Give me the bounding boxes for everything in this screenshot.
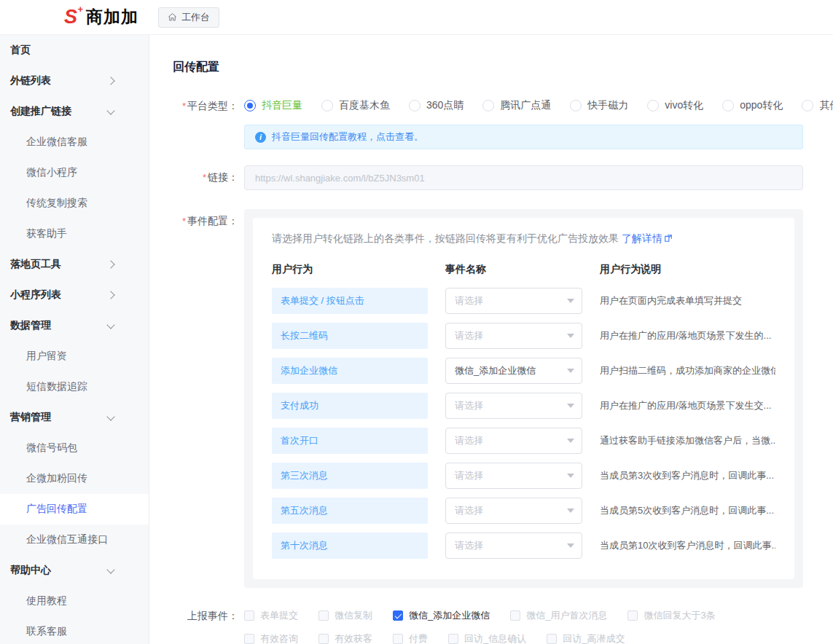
radio-baidu-jimuyu[interactable]: 百度基木鱼 bbox=[321, 99, 390, 112]
radio-douyin-juliang[interactable]: 抖音巨量 bbox=[244, 99, 302, 112]
sidebar-item-wechat-miniprogram[interactable]: 微信小程序 bbox=[0, 157, 149, 188]
chevron-down-icon bbox=[106, 321, 114, 329]
event-config-panel: 请选择用户转化链路上的各类事件，按链路回传将更有利于优化广告投放效果 了解详情 … bbox=[244, 209, 803, 588]
event-select[interactable]: 微信_添加企业微信 bbox=[445, 358, 582, 384]
required-asterisk: * bbox=[182, 216, 186, 227]
report-events-label: 上报事件： bbox=[173, 605, 244, 626]
page-title: 回传配置 bbox=[173, 60, 833, 75]
checkbox-wechat-first-message[interactable]: 微信_用户首次消息 bbox=[510, 609, 607, 622]
checkbox-wechat-copy[interactable]: 微信复制 bbox=[318, 609, 372, 622]
behavior-chip[interactable]: 添加企业微信 bbox=[272, 358, 428, 384]
platform-radio-group: 抖音巨量 百度基木鱼 360点睛 腾讯广点通 快手磁力 vivo转化 oppo转… bbox=[244, 94, 803, 117]
chevron-down-icon bbox=[106, 412, 114, 420]
sidebar-item-landing-tools[interactable]: 落地页工具 bbox=[0, 249, 149, 280]
event-row-first-message: 首次开口 请选择 通过获客助手链接添加微信客户后，当微... bbox=[272, 428, 775, 454]
chevron-right-icon bbox=[106, 260, 114, 268]
sidebar-item-sms-tracking[interactable]: 短信数据追踪 bbox=[0, 372, 149, 402]
checkbox-icon bbox=[244, 610, 254, 621]
checkbox-form-submit[interactable]: 表单提交 bbox=[244, 609, 298, 622]
caret-down-icon bbox=[567, 474, 574, 478]
chevron-right-icon bbox=[106, 76, 114, 85]
sidebar-item-data-management[interactable]: 数据管理 bbox=[0, 310, 149, 341]
platform-type-row: *平台类型： 抖音巨量 百度基木鱼 360点睛 腾讯广点通 快手磁力 vivo转… bbox=[173, 94, 833, 149]
required-asterisk: * bbox=[203, 172, 206, 183]
event-select[interactable]: 请选择 bbox=[445, 393, 582, 419]
event-select[interactable]: 请选择 bbox=[445, 288, 582, 314]
sidebar-item-create-promo-link[interactable]: 创建推广链接 bbox=[0, 96, 149, 127]
behavior-chip[interactable]: 表单提交 / 按钮点击 bbox=[272, 288, 428, 314]
event-row-tenth-message: 第十次消息 请选择 当成员第10次收到客户消息时，回调此事... bbox=[272, 533, 775, 559]
caret-down-icon bbox=[567, 439, 574, 443]
report-checkbox-row-1: 表单提交 微信复制 微信_添加企业微信 微信_用户首次消息 微信回复大于3条 bbox=[244, 605, 803, 626]
radio-kuaishou-cili[interactable]: 快手磁力 bbox=[570, 99, 628, 112]
behavior-chip[interactable]: 支付成功 bbox=[272, 393, 428, 419]
event-select[interactable]: 请选择 bbox=[445, 323, 582, 349]
checkbox-icon bbox=[627, 610, 638, 621]
sidebar-item-home[interactable]: 首页 bbox=[0, 35, 149, 66]
sidebar-item-external-links[interactable]: 外链列表 bbox=[0, 66, 149, 96]
behavior-chip[interactable]: 第三次消息 bbox=[272, 463, 428, 489]
behavior-chip[interactable]: 长按二维码 bbox=[272, 323, 428, 349]
checkbox-callback-high-intent[interactable]: 回访_高潜成交 bbox=[547, 632, 625, 644]
chevron-right-icon bbox=[106, 291, 114, 299]
tutorial-alert: i 抖音巨量回传配置教程，点击查看。 bbox=[244, 125, 803, 149]
checkbox-callback-info-confirm[interactable]: 回访_信息确认 bbox=[448, 632, 526, 644]
caret-down-icon bbox=[567, 404, 574, 408]
radio-vivo[interactable]: vivo转化 bbox=[647, 99, 703, 112]
sidebar-item-wecom-interconnect-api[interactable]: 企业微信互通接口 bbox=[0, 525, 149, 555]
event-config-row: *事件配置： 请选择用户转化链路上的各类事件，按链路回传将更有利于优化广告投放效… bbox=[173, 209, 833, 588]
event-config-label: *事件配置： bbox=[173, 209, 244, 233]
event-row-payment-success: 支付成功 请选择 用户在推广的应用/落地页场景下发生交... bbox=[272, 393, 775, 419]
caret-down-icon bbox=[567, 334, 574, 338]
tab-workspace[interactable]: 工作台 bbox=[158, 7, 219, 28]
callback-link-input[interactable] bbox=[244, 165, 803, 190]
sidebar-item-wechat-number-pack[interactable]: 微信号码包 bbox=[0, 433, 149, 463]
checkbox-wechat-reply-gt3[interactable]: 微信回复大于3条 bbox=[627, 609, 715, 622]
caret-down-icon bbox=[567, 543, 574, 548]
checkbox-wechat-add-wecom[interactable]: 微信_添加企业微信 bbox=[393, 609, 490, 622]
radio-icon bbox=[409, 100, 421, 111]
event-select[interactable]: 请选择 bbox=[445, 498, 582, 524]
radio-360-dianjing[interactable]: 360点睛 bbox=[409, 99, 464, 112]
behavior-chip[interactable]: 第五次消息 bbox=[272, 498, 428, 524]
radio-tencent-guangdiantong[interactable]: 腾讯广点通 bbox=[482, 99, 551, 112]
sidebar-item-contact-support[interactable]: 联系客服 bbox=[0, 616, 149, 644]
info-icon: i bbox=[255, 132, 266, 143]
chevron-down-icon bbox=[106, 565, 114, 573]
sidebar-item-miniprogram-list[interactable]: 小程序列表 bbox=[0, 280, 149, 310]
app-logo: S+ 商加加 bbox=[0, 6, 149, 28]
sidebar-item-tutorials[interactable]: 使用教程 bbox=[0, 586, 149, 616]
checkbox-valid-consult[interactable]: 有效咨询 bbox=[244, 632, 298, 644]
col-behavior-desc: 用户行为说明 bbox=[600, 263, 775, 276]
checkbox-valid-customer[interactable]: 有效获客 bbox=[318, 632, 372, 644]
sidebar-item-wecom-fans-callback[interactable]: 企微加粉回传 bbox=[0, 463, 149, 494]
event-row-third-message: 第三次消息 请选择 当成员第3次收到客户消息时，回调此事... bbox=[272, 463, 775, 489]
learn-more-link[interactable]: 了解详情 bbox=[622, 232, 673, 244]
event-row-add-wecom: 添加企业微信 微信_添加企业微信 用户扫描二维码，成功添加商家的企业微信 bbox=[272, 358, 775, 384]
event-select[interactable]: 请选择 bbox=[445, 428, 582, 454]
checkbox-checked-icon bbox=[393, 610, 403, 621]
radio-icon bbox=[321, 100, 333, 111]
sidebar-item-wecom-service[interactable]: 企业微信客服 bbox=[0, 127, 149, 157]
event-select[interactable]: 请选择 bbox=[445, 533, 582, 559]
event-select[interactable]: 请选择 bbox=[445, 463, 582, 489]
sidebar-item-help-center[interactable]: 帮助中心 bbox=[0, 555, 149, 586]
main-content: 回传配置 *平台类型： 抖音巨量 百度基木鱼 360点睛 腾讯广点通 快手磁力 … bbox=[149, 35, 833, 644]
sidebar-item-customer-assistant[interactable]: 获客助手 bbox=[0, 219, 149, 249]
radio-other[interactable]: 其他 bbox=[802, 99, 833, 112]
logo-text: 商加加 bbox=[86, 6, 138, 28]
sidebar-item-marketing-management[interactable]: 营销管理 bbox=[0, 402, 149, 433]
col-user-behavior: 用户行为 bbox=[272, 263, 445, 276]
col-event-name: 事件名称 bbox=[445, 263, 600, 276]
checkbox-paid[interactable]: 付费 bbox=[393, 632, 428, 644]
radio-oppo[interactable]: oppo转化 bbox=[722, 99, 783, 112]
behavior-chip[interactable]: 首次开口 bbox=[272, 428, 428, 454]
caret-down-icon bbox=[567, 299, 574, 303]
sidebar-item-ad-callback-config[interactable]: 广告回传配置 bbox=[0, 494, 149, 525]
sidebar-item-user-leads[interactable]: 用户留资 bbox=[0, 341, 149, 372]
radio-checked-icon bbox=[244, 100, 256, 111]
event-row-long-press-qr: 长按二维码 请选择 用户在推广的应用/落地页场景下发生的... bbox=[272, 323, 775, 349]
tutorial-alert-link[interactable]: 抖音巨量回传配置教程，点击查看。 bbox=[272, 130, 423, 144]
sidebar-item-copy-search[interactable]: 传统复制搜索 bbox=[0, 188, 149, 219]
behavior-chip[interactable]: 第十次消息 bbox=[272, 533, 428, 559]
